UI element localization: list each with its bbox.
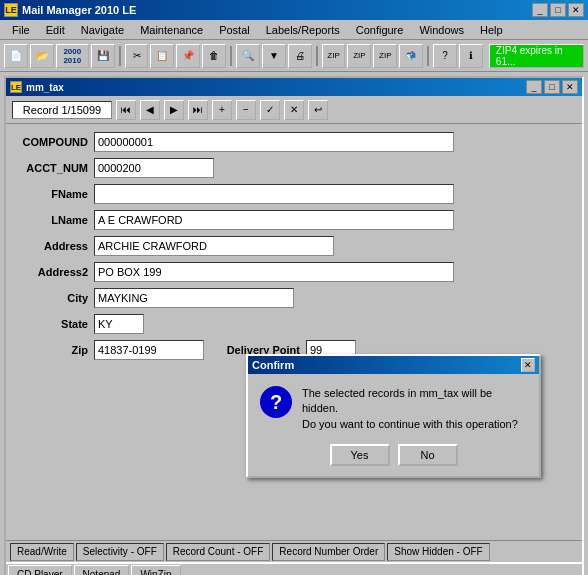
menu-file[interactable]: File <box>4 22 38 38</box>
toolbar-zip4[interactable]: 📬 <box>399 44 423 68</box>
toolbar-2000[interactable]: 20002010 <box>56 44 89 68</box>
dialog-question-icon: ? <box>260 386 292 418</box>
inner-title-bar: LE mm_tax _ □ ✕ <box>6 78 582 96</box>
inner-minimize-button[interactable]: _ <box>526 80 542 94</box>
menu-postal[interactable]: Postal <box>211 22 258 38</box>
toolbar-zip1[interactable]: ZIP <box>322 44 346 68</box>
menu-help[interactable]: Help <box>472 22 511 38</box>
nav-confirm[interactable]: ✓ <box>260 100 280 120</box>
toolbar-save[interactable]: 💾 <box>91 44 115 68</box>
nav-undo[interactable]: ↩ <box>308 100 328 120</box>
toolbar-cut[interactable]: ✂ <box>125 44 149 68</box>
inner-maximize-button[interactable]: □ <box>544 80 560 94</box>
inner-window-title: mm_tax <box>26 82 522 93</box>
dialog-message: The selected records in mm_tax will be h… <box>302 386 527 432</box>
separator-4 <box>427 46 429 66</box>
app-title: Mail Manager 2010 LE <box>22 4 528 16</box>
title-bar-buttons: _ □ ✕ <box>532 3 584 17</box>
dialog-title: Confirm <box>252 359 517 371</box>
record-display: Record 1/15099 <box>12 101 112 119</box>
toolbar-new[interactable]: 📄 <box>4 44 28 68</box>
dialog-no-button[interactable]: No <box>398 444 458 466</box>
toolbar-copy[interactable]: 📋 <box>150 44 174 68</box>
toolbar: 📄 📂 20002010 💾 ✂ 📋 📌 🗑 🔍 ▼ 🖨 ZIP ZIP ZIP… <box>0 40 588 72</box>
nav-next[interactable]: ▶ <box>164 100 184 120</box>
toolbar-print[interactable]: 🖨 <box>288 44 312 68</box>
menu-navigate[interactable]: Navigate <box>73 22 132 38</box>
minimize-button[interactable]: _ <box>532 3 548 17</box>
dialog-title-bar: Confirm ✕ <box>248 356 539 374</box>
zip4-expires-badge[interactable]: ZIP4 expires in 61... <box>489 44 584 68</box>
dialog-buttons: Yes No <box>248 440 539 476</box>
app-icon: LE <box>4 3 18 17</box>
confirm-dialog: Confirm ✕ ? The selected records in mm_t… <box>246 354 541 478</box>
inner-window: LE mm_tax _ □ ✕ Record 1/15099 ⏮ ◀ ▶ ⏭ +… <box>4 76 584 575</box>
menu-maintenance[interactable]: Maintenance <box>132 22 211 38</box>
dialog-message-line2: Do you want to continue with this operat… <box>302 417 527 432</box>
toolbar-help[interactable]: ? <box>433 44 457 68</box>
nav-add[interactable]: + <box>212 100 232 120</box>
toolbar-search[interactable]: 🔍 <box>236 44 260 68</box>
separator-2 <box>230 46 232 66</box>
close-button[interactable]: ✕ <box>568 3 584 17</box>
title-bar: LE Mail Manager 2010 LE _ □ ✕ <box>0 0 588 20</box>
dialog-message-line1: The selected records in mm_tax will be h… <box>302 386 527 417</box>
nav-bar: Record 1/15099 ⏮ ◀ ▶ ⏭ + − ✓ ✕ ↩ <box>6 96 582 124</box>
menu-windows[interactable]: Windows <box>411 22 472 38</box>
menu-labels-reports[interactable]: Labels/Reports <box>258 22 348 38</box>
maximize-button[interactable]: □ <box>550 3 566 17</box>
separator-1 <box>119 46 121 66</box>
nav-last[interactable]: ⏭ <box>188 100 208 120</box>
toolbar-paste[interactable]: 📌 <box>176 44 200 68</box>
inner-window-icon: LE <box>10 81 22 93</box>
toolbar-open[interactable]: 📂 <box>30 44 54 68</box>
toolbar-delete[interactable]: 🗑 <box>202 44 226 68</box>
inner-close-button[interactable]: ✕ <box>562 80 578 94</box>
separator-3 <box>316 46 318 66</box>
toolbar-info[interactable]: ℹ <box>459 44 483 68</box>
menu-bar: File Edit Navigate Maintenance Postal La… <box>0 20 588 40</box>
nav-delete[interactable]: − <box>236 100 256 120</box>
toolbar-zip3[interactable]: ZIP <box>373 44 397 68</box>
nav-first[interactable]: ⏮ <box>116 100 136 120</box>
dialog-yes-button[interactable]: Yes <box>330 444 390 466</box>
inner-title-buttons: _ □ ✕ <box>526 80 578 94</box>
menu-configure[interactable]: Configure <box>348 22 412 38</box>
nav-prev[interactable]: ◀ <box>140 100 160 120</box>
menu-edit[interactable]: Edit <box>38 22 73 38</box>
dialog-overlay: Confirm ✕ ? The selected records in mm_t… <box>6 124 582 575</box>
dialog-body: ? The selected records in mm_tax will be… <box>248 374 539 440</box>
form-container: COMPOUND ACCT_NUM FName LName Address Ad <box>6 124 582 575</box>
toolbar-filter[interactable]: ▼ <box>262 44 286 68</box>
toolbar-zip2[interactable]: ZIP <box>347 44 371 68</box>
nav-cancel[interactable]: ✕ <box>284 100 304 120</box>
dialog-close-button[interactable]: ✕ <box>521 358 535 372</box>
